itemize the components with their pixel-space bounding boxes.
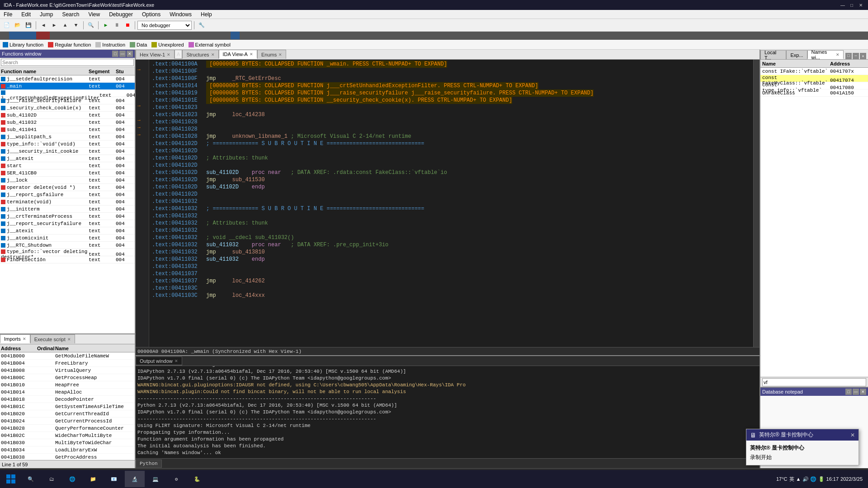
imports-row[interactable]: 0041B030MultiByteToWideChar: [0, 439, 135, 446]
listing-row[interactable]: .text:00411037: [150, 270, 752, 277]
imports-row[interactable]: 0041B004FreeLibrary: [0, 360, 135, 367]
menu-search[interactable]: Search: [60, 10, 81, 19]
func-row[interactable]: j__atomicxinit text 004: [0, 235, 135, 242]
listing-row[interactable]: .text:0041100F jmp _RTC_GetErrDesc: [150, 75, 752, 82]
tab-output[interactable]: Output window ✕: [136, 357, 182, 366]
listing-row[interactable]: .text:00411032; void __cdecl sub_411032(…: [150, 234, 752, 241]
menu-help[interactable]: Help: [199, 10, 214, 19]
names-row[interactable]: const IFake::`vftable`0041707x: [760, 68, 868, 75]
menu-jump[interactable]: Jump: [38, 10, 55, 19]
imports-row[interactable]: 0041B01CGetSystemTimeAsFileTime: [0, 403, 135, 410]
func-row[interactable]: j__setdefaultprecision text 004: [0, 75, 135, 83]
taskbar-app-2[interactable]: 📁: [83, 471, 103, 487]
listing-row[interactable]: .text:00411032sub_411032 endp: [150, 256, 752, 263]
tab-execute-close[interactable]: ✕: [67, 337, 71, 342]
tab-enums-close[interactable]: ✕: [278, 52, 282, 57]
imports-row[interactable]: 0041B008VirtualQuery: [0, 367, 135, 374]
listing-row[interactable]: .text:0041102Dsub_41102D endp: [150, 183, 752, 191]
tab-imports-close[interactable]: ✕: [23, 337, 26, 341]
func-row[interactable]: type_info::`void'(void) text 004: [0, 141, 135, 148]
listing-row[interactable]: .text:0041102D: [150, 191, 752, 198]
func-row[interactable]: sub_411032 text 004: [0, 119, 135, 126]
listing-content[interactable]: .text:0041100A [00000005 BYTES: COLLAPSE…: [149, 60, 753, 347]
toolbar-new[interactable]: 📄: [2, 20, 12, 30]
listing-row[interactable]: .text:0041102D; Attributes: thunk: [150, 155, 752, 162]
toolbar-back[interactable]: ◀: [38, 20, 48, 30]
listing-row[interactable]: .text:00411032; Attributes: thunk: [150, 220, 752, 227]
func-row[interactable]: terminate(void) text 004: [0, 198, 135, 206]
names-close-btn[interactable]: ✕: [860, 53, 866, 59]
listing-row[interactable]: .text:0041100A [00000005 BYTES: COLLAPSE…: [150, 61, 752, 68]
listing-row[interactable]: .text:00411032: [150, 227, 752, 234]
func-row[interactable]: _security_check_cookie(x) text 004: [0, 104, 135, 112]
taskbar-task-view[interactable]: 🗂: [42, 471, 61, 487]
func-row[interactable]: j__crtTerminateProcess text 004: [0, 213, 135, 220]
tab-python[interactable]: Python: [136, 460, 162, 468]
tab-hex-view[interactable]: Hex View-1 ✕: [136, 50, 175, 59]
tab-output-close[interactable]: ✕: [175, 359, 178, 363]
notepad-float-btn[interactable]: □: [845, 389, 852, 395]
func-row[interactable]: j__report_securityfailure text 004: [0, 220, 135, 227]
imports-row[interactable]: 0041B014HeapAlloc: [0, 389, 135, 396]
func-row[interactable]: operator delete(void *) text 004: [0, 184, 135, 191]
imports-row[interactable]: 0041B028QueryPerformanceCounter: [0, 425, 135, 432]
taskbar-app-1[interactable]: 🌐: [62, 471, 82, 487]
imports-row[interactable]: 0041B02CWideCharToMultiByte: [0, 432, 135, 439]
names-float-btn[interactable]: □: [845, 53, 852, 59]
toolbar-plugin[interactable]: 🔧: [197, 20, 207, 30]
imports-list[interactable]: 0041B000GetModuleFileNameW0041B004FreeLi…: [0, 352, 135, 460]
listing-row[interactable]: .text:00411023: [150, 104, 752, 111]
func-row[interactable]: j__crtSetUnhandledExceptionFilter text 0…: [0, 90, 135, 97]
close-button[interactable]: ✕: [857, 1, 864, 9]
toolbar-up[interactable]: ▲: [60, 20, 70, 30]
tab-ida-close[interactable]: ✕: [250, 52, 253, 56]
imports-row[interactable]: 0041B024GetCurrentProcessId: [0, 418, 135, 425]
listing-row[interactable]: .text:0041102D jmp sub_411530: [150, 176, 752, 183]
notepad-close-btn[interactable]: ✕: [860, 389, 866, 395]
taskbar-app-6[interactable]: ⚙: [166, 471, 186, 487]
tab-hex-close[interactable]: ✕: [167, 52, 170, 57]
panel-float-btn[interactable]: □: [112, 51, 118, 57]
toolbar-stop[interactable]: ⏹: [123, 20, 132, 30]
listing-row[interactable]: .text:00411028: [150, 118, 752, 126]
listing-row[interactable]: .text:00411032: [150, 263, 752, 270]
taskbar-app-ida[interactable]: 🔬: [125, 471, 145, 487]
func-row[interactable]: j__initterm text 004: [0, 206, 135, 213]
panel-min-btn[interactable]: —: [119, 51, 126, 57]
tab-enums[interactable]: Enums ✕: [257, 50, 286, 59]
toolbar-down[interactable]: ▼: [71, 20, 81, 30]
listing-row[interactable]: .text:00411028: [150, 126, 752, 133]
listing-row[interactable]: .text:00411032; ============== S U B R O…: [150, 205, 752, 212]
func-row[interactable]: start text 004: [0, 162, 135, 169]
toolbar-search[interactable]: 🔍: [86, 20, 96, 30]
func-row[interactable]: SER_411CB0 text 004: [0, 169, 135, 177]
debugger-select[interactable]: No debugger: [137, 21, 192, 30]
listing-row[interactable]: .text:0041103C: [150, 285, 752, 292]
tab-imports[interactable]: Imports ✕: [0, 334, 30, 343]
tab-hex-option[interactable]: A: [175, 50, 182, 59]
maximize-button[interactable]: □: [848, 1, 855, 9]
func-row[interactable]: FindPESection text 004: [0, 256, 135, 263]
listing-row[interactable]: .text:00411014 [00000005 BYTES: COLLAPSE…: [150, 82, 752, 89]
func-row[interactable]: sub_411041 text 004: [0, 126, 135, 133]
toolbar-run[interactable]: ▶: [101, 20, 111, 30]
tab-names-wi[interactable]: Names wi... ✕: [807, 50, 844, 59]
func-row[interactable]: j__lock text 004: [0, 177, 135, 184]
func-row[interactable]: j__RTC_Shutdown text 004: [0, 242, 135, 249]
toolbar-pause[interactable]: ⏸: [112, 20, 122, 30]
names-list[interactable]: const IFake::`vftable`0041707xconst Fake…: [760, 68, 868, 377]
toolbar-save[interactable]: 💾: [24, 20, 33, 30]
names-search-input[interactable]: [762, 378, 866, 386]
toolbar-open[interactable]: 📂: [13, 20, 23, 30]
func-row[interactable]: type_info::`vector deleting destructor*.…: [0, 249, 135, 256]
imports-row[interactable]: 0041B018DecodePointer: [0, 396, 135, 403]
toolbar-fwd[interactable]: ▶: [49, 20, 59, 30]
imports-row[interactable]: 0041B010HeapFree: [0, 381, 135, 389]
listing-row[interactable]: .text:00411037 jmp loc_414262: [150, 277, 752, 285]
listing-row[interactable]: .text:00411023 jmp loc_414238: [150, 111, 752, 118]
listing-row[interactable]: .text:00411032 jmp sub_413810: [150, 249, 752, 256]
taskbar-start-btn[interactable]: [2, 471, 20, 487]
listing-row[interactable]: .text:0041102Dsub_41102D proc near ; DAT…: [150, 169, 752, 176]
listing-scroll-area[interactable]: .text:0041100A [00000005 BYTES: COLLAPSE…: [149, 60, 753, 347]
menu-debugger[interactable]: Debugger: [107, 10, 135, 19]
